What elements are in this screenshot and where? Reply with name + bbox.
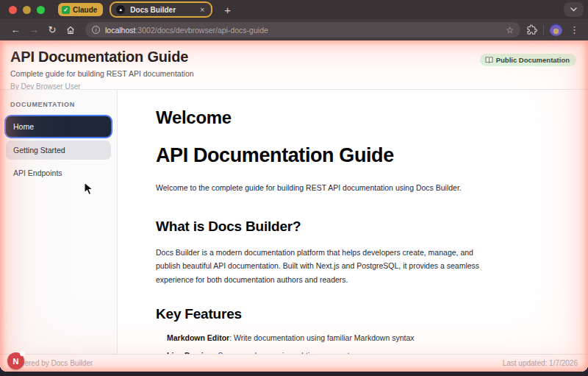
toolbar-right: ⋮ [526,24,581,36]
notification-bubble[interactable]: N [7,352,24,369]
home-icon [66,26,75,35]
url-text: localhost:3002/docs/devbrowser/api-docs-… [105,26,501,35]
toolbar-divider [543,25,544,35]
section-heading-what-is: What is Docs Builder? [156,219,481,235]
doc-page-header: API Documentation Guide Complete guide f… [0,40,588,90]
new-tab-button[interactable]: + [221,4,234,15]
back-button[interactable]: ← [7,25,24,35]
notification-dot-icon [20,351,25,356]
doc-body: DOCUMENTATION Home Getting Started API E… [0,90,588,354]
check-icon: ✓ [62,6,70,14]
browser-window: ✓ Claude ▲ Docs Builder × + ← → ↻ i loca… [0,0,588,376]
tab-search-button[interactable] [564,2,584,17]
sidebar: DOCUMENTATION Home Getting Started API E… [0,90,118,354]
feature-desc: : Write documentation using familiar Mar… [229,333,414,342]
info-icon[interactable]: i [92,26,100,34]
chevron-down-icon [570,7,577,12]
welcome-heading: Welcome [156,107,481,128]
doc-heading: API Documentation Guide [156,144,481,167]
badge-label: Public Documentation [496,56,570,64]
close-tab-icon[interactable]: × [198,5,206,15]
forward-button[interactable]: → [26,25,42,35]
reload-button[interactable]: ↻ [44,25,60,35]
tab-docs-builder-label: Docs Builder [130,6,193,14]
public-documentation-badge: Public Documentation [480,54,576,66]
article: Welcome API Documentation Guide Welcome … [156,107,481,354]
tab-strip: ✓ Claude ▲ Docs Builder × + [0,0,588,19]
section-body-what-is: Docs Builder is a modern documentation p… [156,246,481,287]
feature-item-markdown-editor: Markdown Editor: Write documentation usi… [167,333,481,342]
page-subtitle: Complete guide for building REST API doc… [10,69,194,78]
tab-claude[interactable]: ✓ Claude [58,3,103,16]
intro-paragraph: Welcome to the complete guide for buildi… [156,182,481,194]
tab-claude-label: Claude [73,6,97,14]
main-content: Welcome API Documentation Guide Welcome … [118,90,588,354]
tab-docs-builder[interactable]: ▲ Docs Builder × [110,1,212,18]
zoom-window-button[interactable] [37,6,45,14]
doc-footer: Powered by Docs Builder Last updated: 1/… [0,354,588,372]
bookmark-star-icon[interactable]: ☆ [506,25,514,35]
feature-list: Markdown Editor: Write documentation usi… [156,333,481,354]
extensions-icon[interactable] [526,24,537,35]
minimize-window-button[interactable] [23,6,31,14]
sidebar-item-api-endpoints[interactable]: API Endpoints [6,163,111,182]
profile-avatar[interactable] [550,24,562,36]
page-viewport: API Documentation Guide Complete guide f… [0,40,588,372]
browser-toolbar: ← → ↻ i localhost:3002/docs/devbrowser/a… [0,19,588,40]
sidebar-section-label: DOCUMENTATION [10,101,107,108]
book-icon [485,57,493,63]
triangle-favicon-icon: ▲ [116,5,125,14]
address-bar[interactable]: i localhost:3002/docs/devbrowser/api-doc… [85,22,520,38]
menu-kebab-icon[interactable]: ⋮ [568,25,581,35]
notification-letter: N [13,357,19,366]
footer-last-updated: Last updated: 1/7/2026 [503,359,578,367]
sidebar-item-home[interactable]: Home [6,116,111,137]
url-path: :3002/docs/devbrowser/api-docs-guide [135,26,268,35]
home-button[interactable] [62,26,79,35]
close-window-button[interactable] [9,6,17,14]
feature-term: Markdown Editor [167,333,229,342]
doc-header-text: API Documentation Guide Complete guide f… [10,49,194,91]
url-host: localhost [105,26,135,35]
page-title: API Documentation Guide [10,49,194,65]
section-heading-key-features: Key Features [156,306,481,322]
sidebar-item-getting-started[interactable]: Getting Started [6,141,111,160]
window-controls [9,6,45,14]
